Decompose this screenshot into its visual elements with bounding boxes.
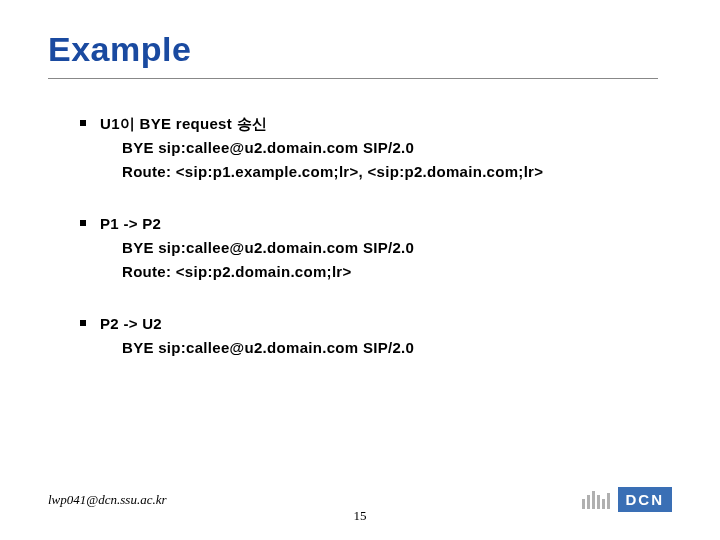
logo-text: DCN: [618, 487, 673, 512]
footer-email: lwp041@dcn.ssu.ac.kr: [48, 492, 166, 508]
slide: Example U1이 BYE request 송신 BYE sip:calle…: [0, 0, 720, 540]
slide-title: Example: [48, 30, 191, 69]
bullet-icon: [80, 220, 86, 226]
footer-page-number: 15: [354, 508, 367, 524]
bullet-head-2: P1 -> P2: [100, 212, 161, 236]
bullet-1-line-1: BYE sip:callee@u2.domain.com SIP/2.0: [122, 136, 660, 160]
bullet-2-line-2: Route: <sip:p2.domain.com;lr>: [122, 260, 660, 284]
bullet-line: U1이 BYE request 송신: [80, 112, 660, 136]
bullet-1-line-2: Route: <sip:p1.example.com;lr>, <sip:p2.…: [122, 160, 660, 184]
title-underline: [48, 78, 658, 79]
bullet-head-1: U1이 BYE request 송신: [100, 112, 267, 136]
bullet-line: P2 -> U2: [80, 312, 660, 336]
bullet-line: P1 -> P2: [80, 212, 660, 236]
bullet-block-3: P2 -> U2 BYE sip:callee@u2.domain.com SI…: [80, 312, 660, 360]
content-area: U1이 BYE request 송신 BYE sip:callee@u2.dom…: [80, 112, 660, 388]
logo: DCN: [582, 487, 673, 512]
logo-bars-icon: [582, 491, 610, 509]
bullet-block-2: P1 -> P2 BYE sip:callee@u2.domain.com SI…: [80, 212, 660, 284]
bullet-icon: [80, 120, 86, 126]
bullet-2-line-1: BYE sip:callee@u2.domain.com SIP/2.0: [122, 236, 660, 260]
bullet-3-line-1: BYE sip:callee@u2.domain.com SIP/2.0: [122, 336, 660, 360]
bullet-block-1: U1이 BYE request 송신 BYE sip:callee@u2.dom…: [80, 112, 660, 184]
bullet-icon: [80, 320, 86, 326]
bullet-head-3: P2 -> U2: [100, 312, 162, 336]
